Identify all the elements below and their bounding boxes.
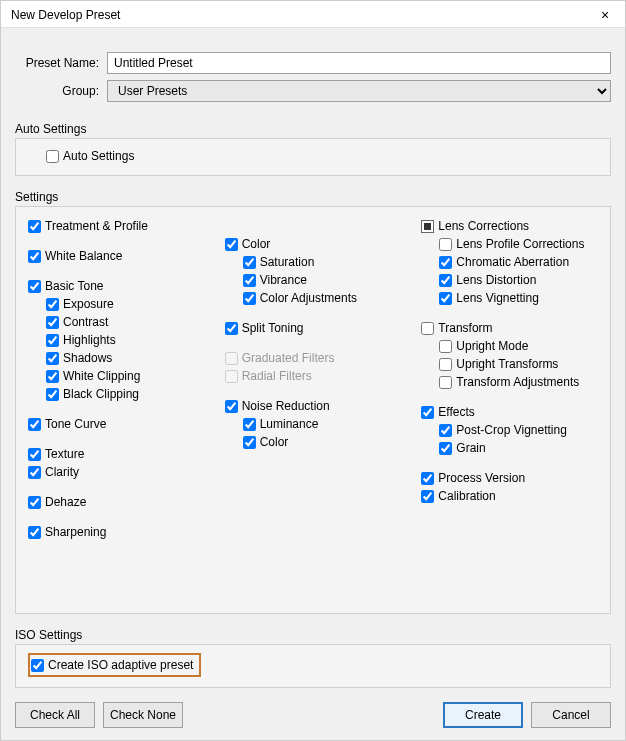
sharpening-label: Sharpening (45, 523, 106, 541)
calibration-label: Calibration (438, 487, 495, 505)
lens-corrections-checkbox[interactable] (421, 220, 434, 233)
basic-tone-checkbox[interactable] (28, 280, 41, 293)
color-label: Color (242, 235, 271, 253)
transform-label: Transform (438, 319, 492, 337)
vibrance-label: Vibrance (260, 271, 307, 289)
white-clipping-label: White Clipping (63, 367, 140, 385)
auto-settings-section-label: Auto Settings (15, 122, 611, 136)
clarity-checkbox[interactable] (28, 466, 41, 479)
upright-mode-label: Upright Mode (456, 337, 528, 355)
effects-label: Effects (438, 403, 474, 421)
transform-adjustments-checkbox[interactable] (439, 376, 452, 389)
highlights-label: Highlights (63, 331, 116, 349)
post-crop-vignetting-label: Post-Crop Vignetting (456, 421, 567, 439)
calibration-checkbox[interactable] (421, 490, 434, 503)
color-checkbox[interactable] (225, 238, 238, 251)
lens-vignetting-checkbox[interactable] (439, 292, 452, 305)
dialog-content: Preset Name: Group: User Presets Auto Se… (1, 28, 625, 740)
create-button[interactable]: Create (443, 702, 523, 728)
treatment-profile-label: Treatment & Profile (45, 217, 148, 235)
contrast-label: Contrast (63, 313, 108, 331)
group-label: Group: (15, 84, 107, 98)
iso-settings-group: Create ISO adaptive preset (15, 644, 611, 688)
check-none-button[interactable]: Check None (103, 702, 183, 728)
lens-corrections-label: Lens Corrections (438, 217, 529, 235)
exposure-checkbox[interactable] (46, 298, 59, 311)
shadows-checkbox[interactable] (46, 352, 59, 365)
exposure-label: Exposure (63, 295, 114, 313)
settings-col-3: Lens Corrections Lens Profile Correction… (421, 217, 598, 541)
iso-highlight-box: Create ISO adaptive preset (28, 653, 201, 677)
radial-filters-label: Radial Filters (242, 367, 312, 385)
lens-distortion-checkbox[interactable] (439, 274, 452, 287)
settings-section-label: Settings (15, 190, 611, 204)
process-version-label: Process Version (438, 469, 525, 487)
check-all-button[interactable]: Check All (15, 702, 95, 728)
transform-checkbox[interactable] (421, 322, 434, 335)
auto-settings-checkbox[interactable] (46, 150, 59, 163)
chromatic-aberration-label: Chromatic Aberration (456, 253, 569, 271)
grain-checkbox[interactable] (439, 442, 452, 455)
luminance-checkbox[interactable] (243, 418, 256, 431)
grain-label: Grain (456, 439, 485, 457)
dehaze-checkbox[interactable] (28, 496, 41, 509)
transform-adjustments-label: Transform Adjustments (456, 373, 579, 391)
split-toning-checkbox[interactable] (225, 322, 238, 335)
iso-settings-section-label: ISO Settings (15, 628, 611, 642)
new-develop-preset-dialog: New Develop Preset × Preset Name: Group:… (0, 0, 626, 741)
color-adjustments-label: Color Adjustments (260, 289, 357, 307)
lens-profile-corrections-checkbox[interactable] (439, 238, 452, 251)
post-crop-vignetting-checkbox[interactable] (439, 424, 452, 437)
auto-settings-cb-label: Auto Settings (63, 147, 134, 165)
upright-mode-checkbox[interactable] (439, 340, 452, 353)
process-version-checkbox[interactable] (421, 472, 434, 485)
create-iso-adaptive-preset-label: Create ISO adaptive preset (48, 656, 193, 674)
texture-checkbox[interactable] (28, 448, 41, 461)
settings-group: Treatment & Profile White Balance Basic … (15, 206, 611, 614)
close-icon[interactable]: × (595, 7, 615, 23)
window-title: New Develop Preset (11, 8, 120, 22)
preset-name-label: Preset Name: (15, 56, 107, 70)
lens-vignetting-label: Lens Vignetting (456, 289, 539, 307)
upright-transforms-checkbox[interactable] (439, 358, 452, 371)
graduated-filters-checkbox (225, 352, 238, 365)
luminance-label: Luminance (260, 415, 319, 433)
black-clipping-checkbox[interactable] (46, 388, 59, 401)
noise-reduction-label: Noise Reduction (242, 397, 330, 415)
white-balance-label: White Balance (45, 247, 122, 265)
preset-name-input[interactable] (107, 52, 611, 74)
tone-curve-label: Tone Curve (45, 415, 106, 433)
button-row: Check All Check None Create Cancel (15, 702, 611, 728)
settings-col-2: Color Saturation Vibrance Color Adjustme… (225, 217, 402, 541)
group-select[interactable]: User Presets (107, 80, 611, 102)
color-nr-checkbox[interactable] (243, 436, 256, 449)
color-nr-label: Color (260, 433, 289, 451)
effects-checkbox[interactable] (421, 406, 434, 419)
basic-tone-label: Basic Tone (45, 277, 103, 295)
treatment-profile-checkbox[interactable] (28, 220, 41, 233)
create-iso-adaptive-preset-checkbox[interactable] (31, 659, 44, 672)
chromatic-aberration-checkbox[interactable] (439, 256, 452, 269)
settings-col-1: Treatment & Profile White Balance Basic … (28, 217, 205, 541)
highlights-checkbox[interactable] (46, 334, 59, 347)
titlebar: New Develop Preset × (1, 1, 625, 28)
sharpening-checkbox[interactable] (28, 526, 41, 539)
lens-distortion-label: Lens Distortion (456, 271, 536, 289)
cancel-button[interactable]: Cancel (531, 702, 611, 728)
lens-profile-corrections-label: Lens Profile Corrections (456, 235, 584, 253)
color-adjustments-checkbox[interactable] (243, 292, 256, 305)
graduated-filters-label: Graduated Filters (242, 349, 335, 367)
contrast-checkbox[interactable] (46, 316, 59, 329)
texture-label: Texture (45, 445, 84, 463)
clarity-label: Clarity (45, 463, 79, 481)
auto-settings-group: Auto Settings (15, 138, 611, 176)
white-balance-checkbox[interactable] (28, 250, 41, 263)
shadows-label: Shadows (63, 349, 112, 367)
white-clipping-checkbox[interactable] (46, 370, 59, 383)
upright-transforms-label: Upright Transforms (456, 355, 558, 373)
tone-curve-checkbox[interactable] (28, 418, 41, 431)
saturation-checkbox[interactable] (243, 256, 256, 269)
vibrance-checkbox[interactable] (243, 274, 256, 287)
noise-reduction-checkbox[interactable] (225, 400, 238, 413)
black-clipping-label: Black Clipping (63, 385, 139, 403)
